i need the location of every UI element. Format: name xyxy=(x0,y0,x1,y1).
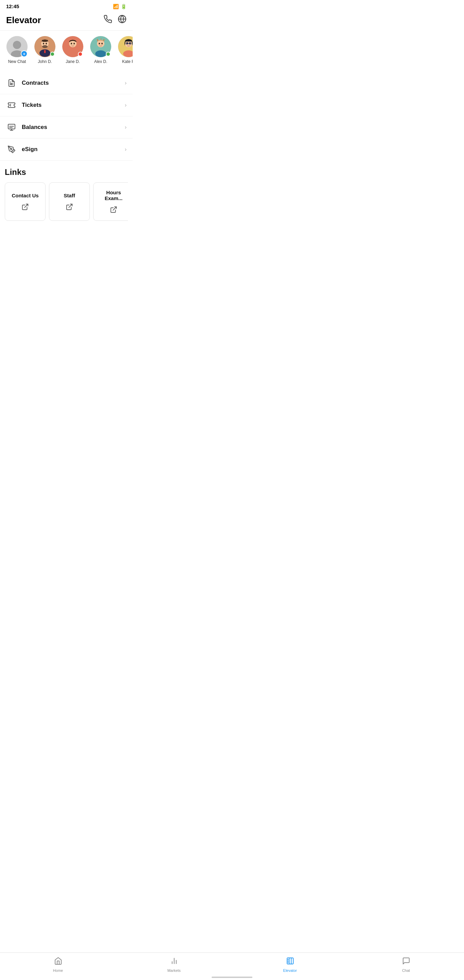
esign-label: eSign xyxy=(22,146,125,153)
tickets-label: Tickets xyxy=(22,102,125,108)
balances-chevron: › xyxy=(125,124,127,130)
esign-chevron: › xyxy=(125,146,127,153)
tickets-chevron: › xyxy=(125,102,127,108)
contact-alex[interactable]: Alex D. xyxy=(89,36,113,64)
svg-point-18 xyxy=(67,50,78,57)
status-time: 12:45 xyxy=(6,3,19,9)
wifi-icon: 📶 xyxy=(113,4,119,9)
esign-icon xyxy=(6,144,17,155)
svg-point-10 xyxy=(43,43,44,45)
status-bar: 12:45 📶 🔋 xyxy=(0,0,133,11)
link-hours-exam[interactable]: Hours Exam... xyxy=(93,182,128,221)
svg-line-45 xyxy=(113,207,116,210)
new-chat-badge: + xyxy=(21,50,27,57)
external-link-icon-staff xyxy=(66,203,73,212)
contact-name-jane: Jane D. xyxy=(66,59,79,64)
link-hours-exam-label: Hours Exam... xyxy=(98,189,128,201)
svg-point-3 xyxy=(13,41,21,49)
contact-name-john: John D. xyxy=(38,59,52,64)
contact-new-chat[interactable]: + New Chat xyxy=(5,36,29,64)
contracts-icon xyxy=(6,78,17,89)
link-staff[interactable]: Staff xyxy=(49,182,90,221)
contact-name-new: New Chat xyxy=(8,59,26,64)
app-title: Elevator xyxy=(6,15,41,25)
menu-item-esign[interactable]: eSign › xyxy=(0,138,133,161)
contact-name-alex: Alex D. xyxy=(94,59,108,64)
contact-jane[interactable]: Jane D. xyxy=(60,36,85,64)
phone-icon[interactable] xyxy=(103,14,112,25)
menu-list: Contracts › Tickets › Balances › xyxy=(0,72,133,161)
svg-line-43 xyxy=(24,204,28,207)
contact-name-kate: Kate P. xyxy=(122,59,133,64)
menu-item-contracts[interactable]: Contracts › xyxy=(0,72,133,94)
contact-john[interactable]: John D. xyxy=(33,36,57,64)
external-link-icon-contact xyxy=(21,203,29,212)
balances-label: Balances xyxy=(22,124,125,130)
status-dot-alex xyxy=(106,52,111,56)
link-staff-label: Staff xyxy=(64,192,75,198)
contact-kate[interactable]: Kate P. xyxy=(116,36,133,64)
svg-point-25 xyxy=(102,43,103,45)
link-contact-us[interactable]: Contact Us xyxy=(5,182,46,221)
links-row: Contact Us Staff Hours Exam... xyxy=(5,182,128,221)
header-actions xyxy=(103,14,127,25)
menu-item-balances[interactable]: Balances › xyxy=(0,116,133,138)
svg-point-42 xyxy=(11,148,12,150)
links-section: Links Contact Us Staff xyxy=(0,161,133,226)
battery-icon: 🔋 xyxy=(121,4,127,9)
contracts-label: Contracts xyxy=(22,80,125,86)
status-icons: 📶 🔋 xyxy=(113,4,127,9)
link-contact-us-label: Contact Us xyxy=(11,192,38,198)
svg-point-20 xyxy=(73,43,75,45)
status-dot-john xyxy=(50,52,55,56)
app-header: Elevator xyxy=(0,11,133,30)
contacts-row: + New Chat xyxy=(0,30,133,69)
svg-point-19 xyxy=(71,43,72,45)
balances-icon xyxy=(6,122,17,133)
svg-point-23 xyxy=(95,50,106,57)
links-title: Links xyxy=(5,167,128,177)
status-dot-jane xyxy=(78,52,83,56)
svg-point-13 xyxy=(42,45,48,48)
svg-point-11 xyxy=(46,43,47,45)
tickets-icon xyxy=(6,100,17,111)
contracts-chevron: › xyxy=(125,80,127,86)
menu-item-tickets[interactable]: Tickets › xyxy=(0,94,133,116)
svg-line-44 xyxy=(69,204,72,207)
external-link-icon-hours xyxy=(110,206,118,215)
svg-point-24 xyxy=(99,43,100,45)
globe-icon[interactable] xyxy=(118,14,127,25)
